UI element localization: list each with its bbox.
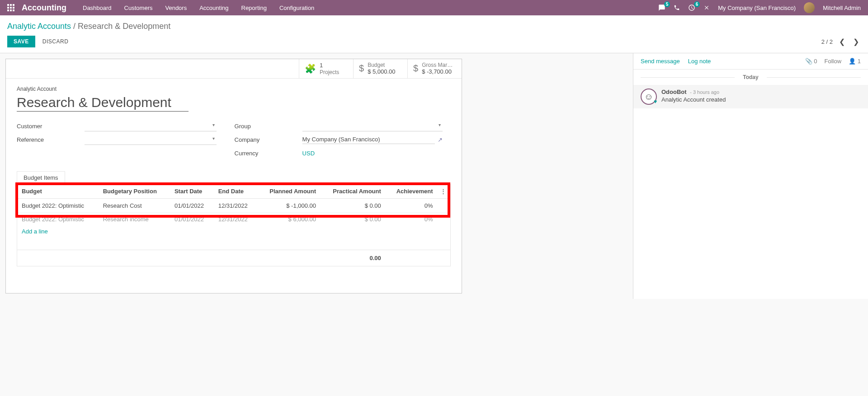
stat-budget-value: $ 5,000.00 [368,68,395,75]
table-options-icon[interactable]: ⋮ [438,184,450,199]
phone-icon[interactable] [674,5,680,11]
table-row[interactable]: Budget 2022: Optimistic Research income … [17,213,450,223]
stat-projects-value: 1 [320,62,339,69]
col-start: Start Date [170,184,214,199]
label-company: Company [235,136,302,143]
company-selector[interactable]: My Company (San Francisco) [718,5,796,11]
person-icon: 👤 [849,58,856,65]
col-budget: Budget [17,184,99,199]
puzzle-icon: 🧩 [305,63,316,74]
pager: 2 / 2 ❮ ❯ [821,37,861,46]
col-position: Budgetary Position [99,184,170,199]
add-line-button[interactable]: Add a line [17,223,450,238]
form-sheet: 🧩 1 Projects $ Budget $ 5,000.00 $ [5,59,462,294]
msg-author: OdooBot [661,89,687,95]
analytic-account-name-input[interactable] [17,94,189,112]
paperclip-icon: 📎 [805,58,812,65]
group-select[interactable] [302,121,443,131]
send-message-button[interactable]: Send message [641,58,680,65]
chatter-message: ☺ OdooBot - 3 hours ago Analytic Account… [633,85,868,108]
cell-practical: $ 0.00 [321,213,386,223]
nav-customers[interactable]: Customers [124,5,153,11]
activities-badge: 6 [694,1,700,7]
msg-text: Analytic Account created [661,96,726,103]
cell-end: 12/31/2022 [214,198,258,213]
control-panel: Analytic Accounts / Research & Developme… [0,15,868,53]
col-planned: Planned Amount [257,184,321,199]
company-select[interactable]: My Company (San Francisco) [302,136,435,144]
nav-dashboard[interactable]: Dashboard [83,5,112,11]
breadcrumb-parent[interactable]: Analytic Accounts [7,22,71,31]
label-customer: Customer [17,123,85,130]
nav-accounting[interactable]: Accounting [199,5,228,11]
reference-input[interactable] [85,135,217,145]
dollar-icon: $ [359,63,364,74]
external-link-icon[interactable]: ↗ [438,136,443,143]
stat-budget-label: Budget [368,62,395,68]
stat-gross-label: Gross Mar… [422,62,453,68]
user-avatar[interactable] [804,2,815,13]
col-end: End Date [214,184,258,199]
stat-gross-margin[interactable]: $ Gross Mar… $ -3,700.00 [407,59,462,78]
cell-start: 01/01/2022 [170,213,214,223]
cell-position: Research income [99,213,170,223]
pager-next[interactable]: ❯ [851,37,861,46]
pager-prev[interactable]: ❮ [837,37,847,46]
breadcrumb-current: Research & Development [78,22,170,31]
section-label: Analytic Account [17,86,451,92]
label-reference: Reference [17,136,85,143]
stat-projects-label: Projects [320,69,339,75]
cell-start: 01/01/2022 [170,198,214,213]
save-button[interactable]: SAVE [7,36,35,47]
bot-avatar-icon: ☺ [641,89,657,105]
stat-budget[interactable]: $ Budget $ 5,000.00 [353,59,407,78]
activities-icon[interactable]: 6 [688,4,695,11]
followers-button[interactable]: 👤 1 [849,58,861,65]
nav-configuration[interactable]: Configuration [279,5,314,11]
footer-total: 0.00 [321,250,386,266]
col-achievement: Achievement [386,184,438,199]
debug-icon[interactable] [703,5,710,11]
cell-planned: $ 6,000.00 [257,213,321,223]
cell-position: Research Cost [99,198,170,213]
follow-button[interactable]: Follow [825,58,842,65]
label-currency: Currency [235,150,302,157]
currency-link[interactable]: USD [302,150,315,157]
chatter-date-separator: Today [633,74,868,80]
attachments-button[interactable]: 📎 0 [805,58,817,65]
stat-projects[interactable]: 🧩 1 Projects [299,59,353,78]
cell-budget: Budget 2022: Optimistic [17,198,99,213]
messages-badge: 5 [664,1,670,7]
cell-achievement: 0% [386,213,438,223]
user-menu[interactable]: Mitchell Admin [823,5,861,11]
pager-text: 2 / 2 [821,38,833,45]
stat-gross-value: $ -3,700.00 [422,68,453,75]
cell-budget: Budget 2022: Optimistic [17,213,99,223]
cell-achievement: 0% [386,198,438,213]
nav-links: Dashboard Customers Vendors Accounting R… [83,5,314,11]
cell-end: 12/31/2022 [214,213,258,223]
col-practical: Practical Amount [321,184,386,199]
breadcrumb: Analytic Accounts / Research & Developme… [7,19,861,36]
tab-budget-items[interactable]: Budget Items [17,171,65,184]
msg-time: - 3 hours ago [690,89,719,95]
apps-icon[interactable] [7,4,14,11]
discard-button[interactable]: DISCARD [42,38,69,45]
chatter: Send message Log note 📎 0 Follow 👤 1 Tod… [633,53,868,299]
messages-icon[interactable]: 5 [658,4,665,11]
log-note-button[interactable]: Log note [688,58,711,65]
app-name[interactable]: Accounting [22,3,66,13]
dollar-icon: $ [413,63,418,74]
label-group: Group [235,123,302,130]
table-row[interactable]: Budget 2022: Optimistic Research Cost 01… [17,198,450,213]
customer-select[interactable] [85,121,217,131]
main-navbar: Accounting Dashboard Customers Vendors A… [0,0,868,15]
nav-reporting[interactable]: Reporting [241,5,267,11]
nav-vendors[interactable]: Vendors [165,5,187,11]
budget-items-table: Budget Budgetary Position Start Date End… [17,184,450,266]
cell-planned: $ -1,000.00 [257,198,321,213]
cell-practical: $ 0.00 [321,198,386,213]
